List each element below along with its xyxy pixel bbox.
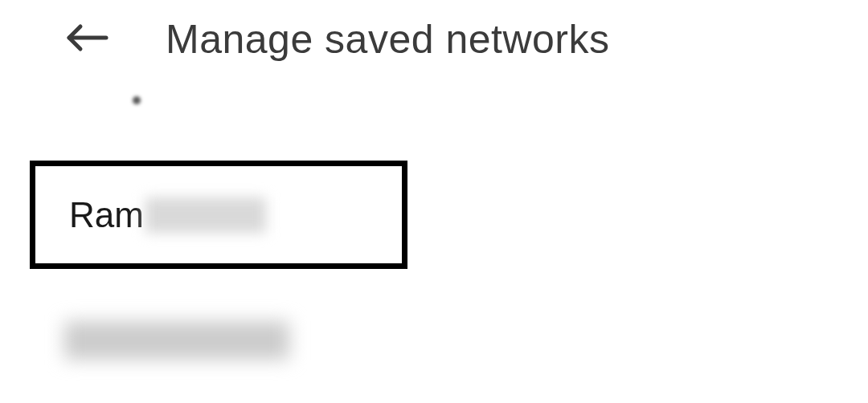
back-button[interactable] xyxy=(64,22,109,56)
network-item-selected[interactable]: Ram xyxy=(30,161,407,269)
redacted-text xyxy=(145,197,266,233)
network-item[interactable] xyxy=(64,321,289,360)
redacted-text xyxy=(64,321,289,360)
page-title: Manage saved networks xyxy=(166,16,609,63)
header-bar: Manage saved networks xyxy=(0,0,868,79)
network-name-label: Ram xyxy=(69,195,144,235)
arrow-left-icon xyxy=(64,22,109,56)
decorative-dot xyxy=(133,96,141,104)
